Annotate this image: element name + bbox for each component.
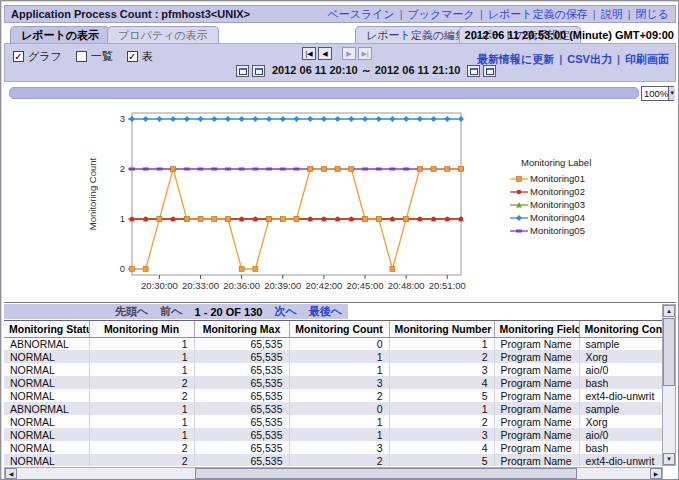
table-cell: Xorg [579, 415, 663, 428]
table-cell: 65,535 [194, 363, 289, 376]
range-prev-button[interactable] [252, 65, 265, 77]
toolbar-link-0[interactable]: 最新情報に更新 [477, 53, 554, 65]
table-cell: 3 [389, 363, 494, 376]
table-horizontal-scrollbar[interactable]: ◀ ▶ [4, 467, 663, 480]
table-row: NORMAL165,53513Program Nameaio/0 [4, 363, 663, 376]
table-cell: 4 [389, 376, 494, 389]
table-cell: 65,535 [194, 441, 289, 454]
table-cell: ext4-dio-unwrit [579, 389, 663, 402]
tab-report-view[interactable]: レポートの表示 [10, 26, 110, 43]
scroll-up-icon[interactable]: ▲ [663, 305, 675, 317]
scroll-right-icon[interactable]: ▶ [650, 468, 662, 479]
svg-text:2: 2 [120, 163, 125, 174]
table-cell: 65,535 [194, 389, 289, 402]
calendar-icon [470, 68, 478, 75]
table-cell: sample [579, 337, 663, 350]
column-header-5: Monitoring Field [494, 321, 579, 337]
report-table-wrap: Monitoring StatusMonitoring MinMonitorin… [4, 320, 663, 466]
toolbar-links: 最新情報に更新|CSV出力|印刷画面 [477, 52, 669, 67]
column-header-6: Monitoring Con [579, 321, 663, 337]
report-window: Application Process Count : pfmhost3<UNI… [0, 0, 679, 480]
table-cell: 2 [289, 454, 389, 466]
table-vertical-scrollbar[interactable]: ▲ ▼ [662, 304, 676, 466]
svg-text:20:42:00: 20:42:00 [305, 280, 342, 291]
prev-page-button[interactable]: ◀ [318, 47, 332, 60]
table-cell: 2 [89, 389, 194, 402]
pagination-row: 先頭へ前へ1 - 20 OF 130次へ最後へ [4, 304, 676, 319]
table-cell: 1 [289, 415, 389, 428]
chart-legend: Monitoring Label Monitoring01Monitoring0… [509, 157, 591, 237]
horizontal-scroll-thumb[interactable] [195, 468, 577, 479]
column-header-4: Monitoring Number [389, 321, 494, 337]
table-cell: 1 [289, 363, 389, 376]
svg-text:20:48:00: 20:48:00 [388, 280, 425, 291]
legend-items: Monitoring01Monitoring02Monitoring03Moni… [509, 172, 591, 237]
table-cell: ABNORMAL [4, 337, 89, 350]
table-cell: NORMAL [4, 376, 89, 389]
pagination-item-4[interactable]: 最後へ [309, 304, 342, 319]
table-cell: 65,535 [194, 402, 289, 415]
titlebar-link-0[interactable]: ベースライン [327, 8, 394, 20]
pagination: 先頭へ前へ1 - 20 OF 130次へ最後へ [4, 304, 348, 319]
svg-text:3: 3 [120, 113, 125, 124]
table-cell: 2 [289, 389, 389, 402]
titlebar-link-2[interactable]: レポート定義の保存 [488, 8, 588, 20]
scroll-left-icon[interactable]: ◀ [5, 468, 17, 479]
table-row: NORMAL165,53512Program NameXorg [4, 415, 663, 428]
first-page-button[interactable]: |◀ [302, 47, 316, 60]
checkbox-1[interactable] [76, 51, 87, 62]
vertical-scroll-thumb[interactable] [663, 318, 675, 386]
pagination-item-2: 1 - 20 OF 130 [195, 306, 263, 318]
titlebar-link-1[interactable]: ブックマーク [408, 8, 475, 20]
table-cell: NORMAL [4, 389, 89, 402]
table-cell: bash [579, 376, 663, 389]
toolbar-link-1[interactable]: CSV出力 [567, 53, 612, 65]
table-cell: NORMAL [4, 454, 89, 466]
separator: | [400, 8, 403, 20]
table-cell: aio/0 [579, 363, 663, 376]
scroll-down-icon[interactable]: ▼ [663, 453, 675, 465]
table-cell: NORMAL [4, 363, 89, 376]
table-cell: 65,535 [194, 376, 289, 389]
date-range-label: 2012 06 11 20:10 ～ 2012 06 11 21:10 [272, 63, 460, 78]
table-cell: 2 [89, 454, 194, 466]
table-cell: Program Name [494, 428, 579, 441]
tab-property-view[interactable]: プロパティの表示 [107, 26, 219, 43]
checkbox-0[interactable]: ✓ [13, 51, 24, 62]
column-header-3: Monitoring Count [289, 321, 389, 337]
table-cell: 1 [89, 415, 194, 428]
title-bar: Application Process Count : pfmhost3<UNI… [4, 5, 676, 23]
table-row: NORMAL165,53512Program NameXorg [4, 350, 663, 363]
table-cell: 1 [289, 428, 389, 441]
pagination-item-3[interactable]: 次へ [274, 304, 296, 319]
tab-row: レポートの表示 プロパティの表示 レポート定義の編集 レポートの表示設定 201… [4, 23, 676, 43]
table-cell: 1 [289, 350, 389, 363]
toolbar: ✓グラフ一覧✓表 |◀◀▶▶| 2012 06 11 20:10 ～ 2012 … [4, 43, 676, 82]
page-nav-buttons: |◀◀▶▶| [302, 47, 372, 60]
titlebar-link-3[interactable]: 説明 [601, 8, 623, 20]
table-cell: Xorg [579, 350, 663, 363]
range-first-button[interactable] [236, 65, 249, 77]
table-cell: 1 [89, 363, 194, 376]
svg-text:20:30:00: 20:30:00 [141, 280, 178, 291]
legend-item-2: Monitoring03 [509, 198, 591, 211]
titlebar-link-4[interactable]: 閉じる [635, 8, 669, 20]
table-cell: NORMAL [4, 428, 89, 441]
calendar-icon [239, 68, 247, 75]
table-cell: 4 [389, 441, 494, 454]
table-cell: 2 [89, 441, 194, 454]
table-cell: 1 [89, 350, 194, 363]
legend-marker-icon [509, 174, 529, 184]
legend-item-1: Monitoring02 [509, 185, 591, 198]
table-cell: ABNORMAL [4, 402, 89, 415]
svg-text:20:36:00: 20:36:00 [223, 280, 260, 291]
table-cell: 65,535 [194, 415, 289, 428]
table-cell: Program Name [494, 415, 579, 428]
toolbar-link-2[interactable]: 印刷画面 [625, 53, 669, 65]
table-cell: 5 [389, 454, 494, 466]
checkbox-2[interactable]: ✓ [127, 51, 138, 62]
svg-text:1: 1 [120, 213, 125, 224]
pagination-item-1: 前へ [160, 304, 182, 319]
table-cell: 65,535 [194, 428, 289, 441]
legend-label: Monitoring05 [530, 225, 585, 236]
